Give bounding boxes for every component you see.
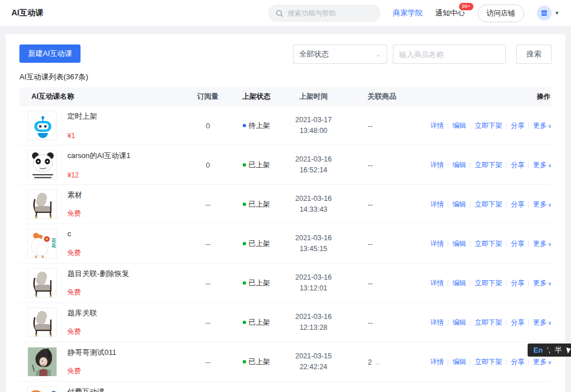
chevron-down-icon: ∨ [548, 359, 552, 365]
action-link-1[interactable]: 详情 [430, 200, 444, 209]
course-price: 免费 [67, 327, 97, 337]
action-separator [506, 162, 506, 168]
action-link-4[interactable]: 分享 [510, 357, 524, 367]
action-link-5[interactable]: 更多∨ [533, 278, 552, 288]
action-link-1[interactable]: 详情 [430, 318, 444, 328]
visit-store-button[interactable]: 访问店铺 [477, 5, 524, 22]
action-link-2[interactable]: 编辑 [452, 239, 466, 249]
action-link-1[interactable]: 详情 [430, 239, 444, 249]
action-link-2[interactable]: 编辑 [452, 357, 466, 367]
notification-center-link[interactable]: 通知中心 99+ [435, 8, 465, 18]
action-link-3[interactable]: 立即下架 [475, 318, 502, 328]
course-price: 免费 [67, 288, 129, 297]
action-separator [470, 280, 471, 286]
action-link-3[interactable]: 立即下架 [475, 357, 502, 367]
ime-language-mode: En [533, 346, 543, 354]
action-link-3[interactable]: 立即下架 [475, 278, 502, 288]
global-search[interactable] [268, 5, 380, 22]
action-link-4[interactable]: 分享 [510, 239, 524, 249]
action-link-1[interactable]: 详情 [430, 278, 444, 288]
course-thumbnail[interactable] [27, 111, 57, 140]
action-link-2[interactable]: 编辑 [452, 318, 466, 328]
action-separator [506, 123, 506, 129]
course-table: AI互动课名称 订阅量 上架状态 上架时间 关联商品 操作 定时上架 ¥1 0 … [19, 87, 552, 392]
col-course-name: AI互动课名称 [19, 92, 185, 102]
status-dot [243, 163, 246, 167]
chevron-down-icon: ⌄ [376, 51, 381, 58]
listed-clock: 12:13:28 [282, 322, 345, 333]
related-products: -- [345, 240, 419, 248]
action-link-4[interactable]: 分享 [510, 278, 524, 288]
action-link-3[interactable]: 立即下架 [475, 239, 502, 249]
table-body: 定时上架 ¥1 0 待上架 2021-03-17 13:48:00 -- 详情编… [19, 106, 552, 392]
col-related-products: 关联商品 [345, 92, 419, 102]
action-link-3[interactable]: 立即下架 [475, 200, 502, 209]
action-link-5[interactable]: 更多∨ [533, 200, 552, 209]
action-link-5[interactable]: 更多∨ [533, 318, 552, 328]
account-menu[interactable]: ▼ [537, 6, 560, 21]
new-course-button[interactable]: 新建AI互动课 [19, 45, 81, 63]
listed-time: 2021-03-16 14:33:43 [282, 193, 345, 215]
action-link-4[interactable]: 分享 [510, 160, 524, 170]
action-link-5[interactable]: 更多∨ [533, 239, 552, 249]
action-link-5[interactable]: 更多∨ [533, 357, 552, 367]
action-link-4[interactable]: 分享 [510, 318, 524, 328]
notification-badge: 99+ [459, 2, 474, 11]
course-thumbnail[interactable] [27, 347, 57, 377]
global-search-input[interactable] [288, 9, 368, 17]
col-status: 上架状态 [231, 92, 282, 102]
action-link-1[interactable]: 详情 [430, 160, 444, 170]
search-button[interactable]: 搜索 [516, 45, 552, 64]
action-separator [448, 123, 448, 129]
main-panel: 新建AI互动课 全部状态 ⌄ 搜索 AI互动课列表(367条) AI互动课名称 … [6, 34, 565, 392]
product-name-input[interactable] [393, 45, 506, 64]
robot-icon [28, 111, 57, 140]
listed-date: 2021-03-16 [282, 312, 345, 322]
course-name: carson的AI互动课1 [67, 151, 131, 161]
related-products: -- [345, 318, 419, 327]
status-dot [243, 203, 246, 206]
action-link-2[interactable]: 编辑 [452, 200, 466, 209]
status-text: 已上架 [248, 357, 270, 367]
action-separator [528, 320, 529, 326]
armchair-icon [28, 190, 57, 219]
action-link-3[interactable]: 立即下架 [475, 160, 502, 170]
row-actions: 详情编辑立即下架分享更多∨ [419, 318, 552, 328]
action-link-4[interactable]: 分享 [510, 200, 524, 209]
table-row: 静哥哥测试011 免费 -- 已上架 2021-03-15 22:42:24 2… [19, 342, 552, 382]
listed-clock: 13:45:15 [282, 244, 345, 254]
action-link-4[interactable]: 分享 [510, 121, 524, 131]
status-dot [243, 360, 246, 363]
avatar[interactable] [537, 6, 552, 21]
action-link-2[interactable]: 编辑 [452, 121, 466, 131]
course-thumbnail[interactable] [27, 268, 57, 298]
related-products[interactable]: 2⌄ [345, 358, 419, 366]
related-products: -- [345, 161, 419, 169]
action-link-5[interactable]: 更多∨ [533, 160, 552, 170]
merchant-academy-link[interactable]: 商家学院 [393, 8, 423, 18]
row-actions: 详情编辑立即下架分享更多∨ [419, 160, 552, 170]
course-name: 题库关联 [67, 308, 97, 318]
action-separator [470, 241, 471, 247]
action-link-2[interactable]: 编辑 [452, 278, 466, 288]
action-link-1[interactable]: 详情 [430, 357, 444, 367]
action-link-3[interactable]: 立即下架 [475, 121, 502, 131]
ime-status-bar: En ’, 半 [528, 343, 571, 357]
chevron-down-icon[interactable]: ⌄ [375, 359, 380, 366]
action-link-2[interactable]: 编辑 [452, 160, 466, 170]
chevron-down-icon: ▼ [554, 10, 560, 16]
table-row: carson的AI互动课1 ¥12 0 已上架 2021-03-16 16:52… [19, 146, 552, 185]
course-thumbnail[interactable] [27, 308, 57, 337]
action-link-5[interactable]: 更多∨ [533, 121, 552, 131]
course-thumbnail[interactable]: 花花 [27, 229, 57, 258]
action-link-1[interactable]: 详情 [430, 121, 444, 131]
action-separator [528, 359, 529, 365]
course-thumbnail[interactable] [27, 386, 57, 392]
subscription-count: -- [185, 358, 231, 366]
status-filter-select[interactable]: 全部状态 ⌄ [293, 45, 387, 64]
course-thumbnail[interactable] [27, 150, 57, 180]
listed-time: 2021-03-16 12:13:28 [282, 312, 345, 333]
listed-date: 2021-03-16 [282, 154, 345, 165]
course-thumbnail[interactable] [27, 189, 57, 219]
row-actions: 详情编辑立即下架分享更多∨ [419, 200, 552, 209]
